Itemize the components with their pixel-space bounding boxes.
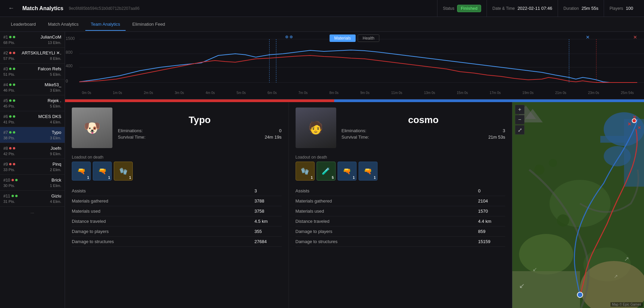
player-name: Rejek .: [48, 98, 61, 103]
sidebar-player-7[interactable]: #7 Typo 38 Pts.3 Elim.: [0, 127, 65, 143]
svg-text:400: 400: [66, 64, 72, 68]
survival-val-left: 24m 19s: [265, 135, 282, 140]
elim-label-left: Eliminations:: [118, 128, 143, 133]
progress-red: [65, 99, 334, 102]
loadout-item: 🧤 1: [296, 162, 315, 181]
player-stats: 51 Pts.5 Elim.: [3, 72, 61, 76]
elim-val-right: 3: [503, 128, 505, 133]
duration-meta: Duration 25m 55s: [558, 0, 604, 17]
svg-point-29: [557, 214, 569, 227]
player-left-survival-row: Survival Time: 24m 19s: [118, 135, 282, 140]
drag-icon-blue[interactable]: ⊕ ⊕: [285, 34, 293, 39]
marker-blue-close[interactable]: ✕: [586, 34, 590, 40]
chart-x-axis: 0m 0s 1m 0s 2m 0s 3m 0s 4m 0s 5m 0s 6m 0…: [65, 90, 644, 95]
player-rank: #10: [3, 178, 18, 183]
player-name: Falcon Refs: [38, 66, 61, 71]
duration-label: Duration: [563, 6, 579, 11]
sidebar-player-4[interactable]: #4 Mike53_ 46 Pts.3 Elim.: [0, 79, 65, 95]
player-rank: #3: [3, 67, 15, 71]
stats-table-right: Assists 0 Materials gathered 2104 Materi…: [296, 186, 506, 303]
lower-section: 🐶 Typo Eliminations: 0 Survival Time: 24…: [65, 102, 644, 308]
player-stats: 30 Pts.1 Elim.: [3, 184, 61, 188]
loadout-item: 🧪 5: [317, 162, 336, 181]
player-name: JulianCoM: [41, 34, 61, 40]
legend-materials[interactable]: Materials: [329, 34, 356, 42]
player-stats: 41 Pts.4 Elim.: [3, 120, 61, 124]
status-meta: Status Finished: [437, 0, 487, 17]
chart-legend: Materials Health: [329, 34, 379, 42]
elim-label-right: Eliminations:: [342, 128, 367, 133]
progress-bar: [65, 99, 644, 102]
sidebar-player-10[interactable]: #10 Brick 30 Pts.1 Elim.: [0, 175, 65, 191]
svg-point-22: [577, 292, 583, 298]
player-name: Typo: [52, 130, 61, 135]
svg-text:↗: ↗: [624, 256, 629, 262]
players-value: 100: [626, 6, 633, 11]
sidebar-player-1[interactable]: #1 JulianCoM 68 Pts.13 Elim.: [0, 32, 65, 48]
map-expand[interactable]: ⤢: [515, 125, 524, 135]
player-stats: 42 Pts.9 Elim.: [3, 152, 61, 156]
svg-text:✕: ✕: [627, 121, 631, 127]
datetime-meta: Date & Time 2022-02-11 07:46: [487, 0, 558, 17]
legend-health[interactable]: Health: [358, 34, 380, 42]
player-stats: 38 Pts.3 Elim.: [3, 136, 61, 140]
svg-point-18: [519, 234, 573, 275]
player-panel-left: 🐶 Typo Eliminations: 0 Survival Time: 24…: [65, 102, 288, 308]
progress-blue: [334, 99, 644, 102]
sidebar-player-11[interactable]: #11 Giziu 31 Pts.4 Elim.: [0, 191, 65, 207]
tab-team-analytics[interactable]: Team Analytics: [85, 18, 126, 31]
stats-row: Materials gathered 3788: [72, 196, 282, 206]
loadout-items-right: 🧤 1 🧪 5 🔫 1 🔫 1: [296, 162, 506, 181]
player-rank: #9: [3, 162, 15, 167]
player-stats: 57 Pts.8 Elim.: [3, 56, 61, 61]
stats-row: Materials gathered 2104: [296, 196, 506, 206]
sidebar-player-2[interactable]: #2 ARTSKILLREYLI ✕. 57 Pts.8 Elim.: [0, 48, 65, 64]
svg-point-28: [549, 159, 557, 167]
sidebar-player-9[interactable]: #9 Pinq 33 Pts.2 Elim.: [0, 159, 65, 175]
svg-text:1500: 1500: [66, 36, 75, 41]
map-zoom-in[interactable]: +: [515, 105, 524, 114]
back-button[interactable]: ←: [5, 3, 17, 13]
survival-label-left: Survival Time:: [118, 135, 146, 140]
player-name: Brick: [51, 177, 61, 183]
elim-val-left: 0: [279, 128, 281, 133]
tab-elimination-feed[interactable]: Elimination Feed: [127, 18, 171, 31]
sidebar: #1 JulianCoM 68 Pts.13 Elim. #2 ARTSKILL…: [0, 32, 65, 308]
chart-area: Materials Health ✕ ✕ ⊕ ⊕ 1500 800 400 0: [65, 32, 644, 99]
svg-text:✕: ✕: [638, 125, 641, 130]
svg-text:↗: ↗: [614, 274, 618, 279]
players-label: Players: [609, 6, 623, 11]
map-zoom-out[interactable]: −: [515, 115, 524, 124]
sidebar-player-8[interactable]: #8 Joefn 42 Pts.9 Elim.: [0, 143, 65, 159]
duration-value: 25m 55s: [581, 6, 598, 11]
loadout-label-right: Loadout on death: [296, 155, 506, 160]
loadout-item: 🔫 1: [93, 162, 112, 181]
nav-tabs: Leaderboard Match Analytics Team Analyti…: [0, 17, 644, 32]
player-name: MCES DKS: [38, 114, 61, 119]
tab-match-analytics[interactable]: Match Analytics: [43, 18, 84, 31]
svg-rect-15: [600, 136, 627, 143]
sidebar-player-6[interactable]: #6 MCES DKS 41 Pts.4 Elim.: [0, 111, 65, 127]
player-rank: #5: [3, 98, 15, 103]
player-rank: #8: [3, 146, 15, 151]
stats-row: Materials used 1570: [296, 206, 506, 216]
tab-leaderboard[interactable]: Leaderboard: [5, 18, 41, 31]
stats-row: Damage to structures 15159: [296, 237, 506, 247]
player-right-name: cosmo: [342, 115, 506, 125]
svg-text:800: 800: [66, 50, 72, 55]
sidebar-player-5[interactable]: #5 Rejek . 45 Pts.5 Elim.: [0, 95, 65, 111]
sidebar-player-3[interactable]: #3 Falcon Refs 51 Pts.5 Elim.: [0, 64, 65, 79]
survival-val-right: 21m 53s: [488, 135, 505, 140]
app-title: Match Analytics: [22, 5, 63, 11]
player-rank: #1: [3, 35, 15, 40]
stats-row: Distance traveled 4.4 km: [296, 216, 506, 227]
loadout-item: 🔫 1: [359, 162, 378, 181]
stats-table-left: Assists 3 Materials gathered 3788 Materi…: [72, 186, 282, 303]
sidebar-more: ...: [0, 207, 65, 217]
player-rank: #6: [3, 114, 15, 119]
svg-rect-20: [512, 271, 580, 308]
player-rank: #4: [3, 82, 15, 87]
marker-red-close[interactable]: ✕: [633, 34, 637, 40]
avatar-right: 🧑: [296, 108, 336, 148]
player-rank: #7: [3, 130, 15, 135]
